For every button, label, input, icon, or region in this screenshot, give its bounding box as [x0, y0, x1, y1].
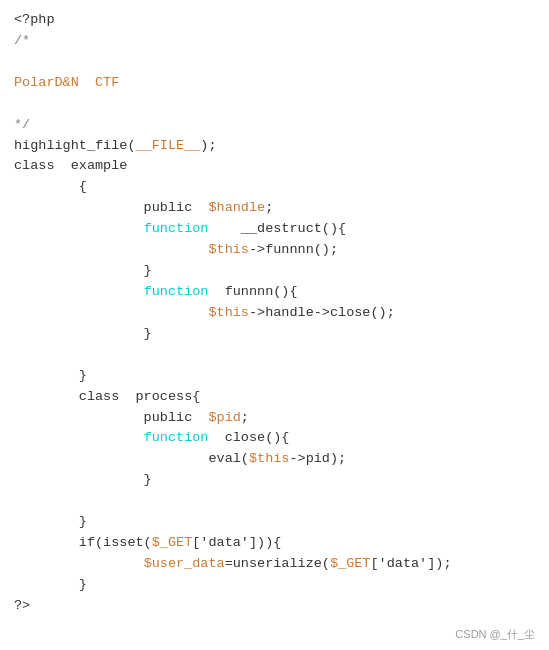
code-line: public $pid; [14, 408, 535, 429]
code-token: /* [14, 33, 30, 48]
code-line: } [14, 575, 535, 596]
code-token: ['data']); [370, 556, 451, 571]
code-line [14, 491, 535, 512]
code-line: } [14, 261, 535, 282]
code-token: function [144, 284, 209, 299]
code-line: $this->handle->close(); [14, 303, 535, 324]
code-token: function [144, 430, 209, 445]
code-line [14, 52, 535, 73]
code-line [14, 345, 535, 366]
code-line: if(isset($_GET['data'])){ [14, 533, 535, 554]
code-token: =unserialize( [225, 556, 330, 571]
code-token: $handle [208, 200, 265, 215]
code-token: PolarD&N CTF [14, 75, 119, 90]
code-token: $_GET [330, 556, 371, 571]
code-line: /* [14, 31, 535, 52]
code-token: if(isset( [14, 535, 152, 550]
code-token [14, 242, 208, 257]
code-token: __FILE__ [136, 138, 201, 153]
code-line: public $handle; [14, 198, 535, 219]
code-line: } [14, 470, 535, 491]
code-token: */ [14, 117, 30, 132]
code-token: ; [241, 410, 249, 425]
code-line: class process{ [14, 387, 535, 408]
code-token: } [14, 577, 87, 592]
code-token: close(){ [208, 430, 289, 445]
code-token: $_GET [152, 535, 193, 550]
code-token: public [14, 200, 208, 215]
code-line: PolarD&N CTF [14, 73, 535, 94]
code-token: function [144, 221, 209, 236]
code-token: __destruct(){ [208, 221, 346, 236]
code-line [14, 94, 535, 115]
code-token [14, 305, 208, 320]
code-token: <?php [14, 12, 55, 27]
code-line: eval($this->pid); [14, 449, 535, 470]
code-token: eval( [14, 451, 249, 466]
code-token: ->funnnn(); [249, 242, 338, 257]
code-token: $this [208, 305, 249, 320]
code-token: } [14, 263, 152, 278]
code-token: { [14, 179, 87, 194]
code-token: ; [265, 200, 273, 215]
code-block: <?php/* PolarD&N CTF */highlight_file(__… [14, 10, 535, 617]
code-token: public [14, 410, 208, 425]
code-line: highlight_file(__FILE__); [14, 136, 535, 157]
code-token: $this [249, 451, 290, 466]
code-token: funnnn(){ [208, 284, 297, 299]
code-line: } [14, 324, 535, 345]
code-line: } [14, 366, 535, 387]
code-token: $pid [208, 410, 240, 425]
code-token: ->pid); [289, 451, 346, 466]
code-token: class example [14, 158, 127, 173]
code-token: } [14, 368, 87, 383]
code-line: function close(){ [14, 428, 535, 449]
code-token [14, 556, 144, 571]
code-token: ); [200, 138, 216, 153]
code-line: $this->funnnn(); [14, 240, 535, 261]
code-token: } [14, 472, 152, 487]
code-line: */ [14, 115, 535, 136]
code-line: $user_data=unserialize($_GET['data']); [14, 554, 535, 575]
code-line: function funnnn(){ [14, 282, 535, 303]
code-line: } [14, 512, 535, 533]
code-line: ?> [14, 596, 535, 617]
code-token: } [14, 326, 152, 341]
code-token: highlight_file( [14, 138, 136, 153]
code-token: ?> [14, 598, 30, 613]
code-token: ->handle->close(); [249, 305, 395, 320]
code-token: $this [208, 242, 249, 257]
code-line: { [14, 177, 535, 198]
code-token: } [14, 514, 87, 529]
code-token: class process{ [14, 389, 200, 404]
code-container: <?php/* PolarD&N CTF */highlight_file(__… [0, 0, 549, 650]
code-line: class example [14, 156, 535, 177]
code-token: ['data'])){ [192, 535, 281, 550]
code-token: $user_data [144, 556, 225, 571]
watermark: CSDN @_什_尘 [455, 627, 535, 642]
code-token [14, 284, 144, 299]
code-token [14, 221, 144, 236]
code-line: <?php [14, 10, 535, 31]
code-line: function __destruct(){ [14, 219, 535, 240]
code-token [14, 430, 144, 445]
